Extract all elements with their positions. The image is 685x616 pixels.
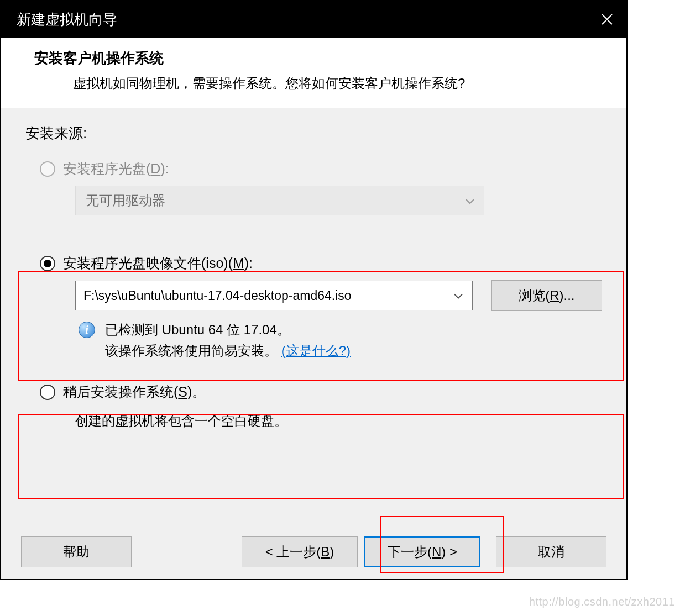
easy-install-link[interactable]: (这是什么?): [281, 343, 351, 358]
footer: 帮助 < 上一步(B) 下一步(N) > 取消: [1, 524, 626, 579]
detection-info: i 已检测到 Ubuntu 64 位 17.04。 该操作系统将使用简易安装。 …: [79, 321, 602, 360]
back-button[interactable]: < 上一步(B): [242, 536, 358, 567]
help-button[interactable]: 帮助: [21, 536, 132, 567]
option-disc-row: 安装程序光盘(D):: [40, 160, 602, 178]
option-later-desc: 创建的虚拟机将包含一个空白硬盘。: [75, 412, 602, 430]
next-button[interactable]: 下一步(N) >: [364, 536, 480, 567]
radio-later-label: 稍后安装操作系统(S)。: [63, 383, 206, 401]
chevron-down-icon[interactable]: [453, 288, 463, 303]
watermark: http://blog.csdn.net/zxh2011: [529, 596, 675, 608]
titlebar: 新建虚拟机向导: [1, 1, 626, 38]
radio-disc: [40, 161, 55, 177]
header-panel: 安装客户机操作系统 虚拟机如同物理机，需要操作系统。您将如何安装客户机操作系统?: [1, 38, 626, 108]
radio-iso-label: 安装程序光盘映像文件(iso)(M):: [63, 254, 253, 272]
radio-later[interactable]: [40, 385, 55, 400]
dialog-title: 新建虚拟机向导: [17, 10, 117, 29]
iso-path-value: F:\sys\uBuntu\ubuntu-17.04-desktop-amd64…: [83, 288, 352, 303]
wizard-dialog: 新建虚拟机向导 安装客户机操作系统 虚拟机如同物理机，需要操作系统。您将如何安装…: [0, 0, 628, 580]
easy-install-text: 该操作系统将使用简易安装。: [105, 343, 278, 358]
close-button[interactable]: [599, 11, 615, 28]
option-iso-row[interactable]: 安装程序光盘映像文件(iso)(M):: [40, 254, 602, 272]
info-icon: i: [79, 322, 95, 338]
browse-button[interactable]: 浏览(R)...: [491, 280, 602, 311]
radio-disc-label: 安装程序光盘(D):: [63, 160, 169, 178]
radio-iso[interactable]: [40, 256, 55, 271]
drive-select: 无可用驱动器: [75, 186, 484, 215]
iso-path-row: F:\sys\uBuntu\ubuntu-17.04-desktop-amd64…: [75, 280, 602, 311]
header-title: 安装客户机操作系统: [34, 49, 610, 68]
content-area: 安装来源: 安装程序光盘(D): 无可用驱动器 安装程序光盘映像文件(iso)(…: [1, 108, 626, 435]
iso-path-combo[interactable]: F:\sys\uBuntu\ubuntu-17.04-desktop-amd64…: [75, 281, 473, 310]
drive-select-text: 无可用驱动器: [86, 192, 165, 209]
install-source-label: 安装来源:: [25, 124, 602, 143]
option-later-row[interactable]: 稍后安装操作系统(S)。: [40, 383, 602, 401]
chevron-down-icon: [465, 193, 475, 208]
detection-text: 已检测到 Ubuntu 64 位 17.04。: [105, 321, 290, 339]
header-subtitle: 虚拟机如同物理机，需要操作系统。您将如何安装客户机操作系统?: [40, 75, 610, 92]
close-icon: [601, 13, 613, 25]
cancel-button[interactable]: 取消: [496, 536, 606, 567]
